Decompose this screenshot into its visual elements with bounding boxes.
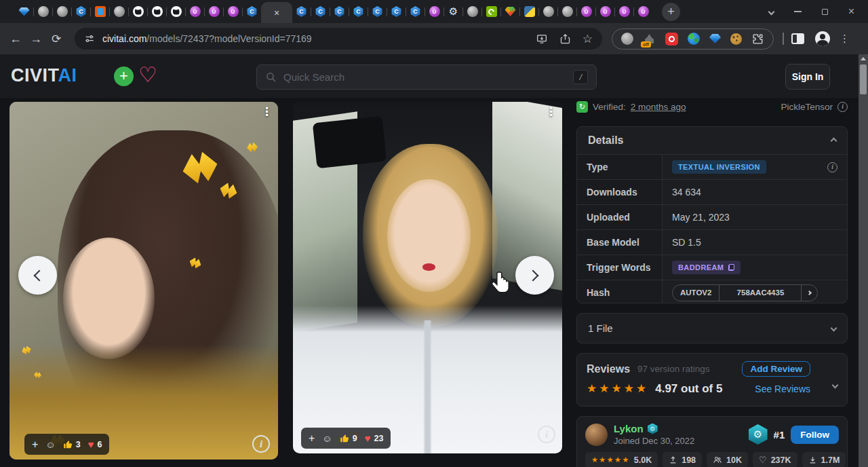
browser-menu-icon[interactable]: ⋮ [840,33,850,45]
smiley-reaction-icon[interactable]: ☺ [45,439,55,450]
tab-globe[interactable] [558,0,576,23]
tab-civitai[interactable]: C [349,0,368,23]
verified-time-link[interactable]: 2 months ago [631,102,686,112]
add-reaction-button[interactable]: + [32,438,38,451]
chevron-down-icon[interactable] [831,325,837,332]
tab-civitai[interactable]: C [368,0,387,23]
hash-pill[interactable]: AUTOV2 758AAC4435 [672,284,818,301]
civitai-logo[interactable]: CIVITAI [11,65,77,86]
like-reaction[interactable]: 3 [63,440,81,449]
ext-fire-off-icon[interactable]: off [643,33,656,45]
image-menu-icon[interactable]: ⋮ [545,105,557,119]
tab-globe[interactable] [463,0,481,23]
creator-name-link[interactable]: Lykon [614,423,644,434]
add-review-button[interactable]: Add Review [742,361,810,377]
tab-u-purple[interactable]: Û [596,0,614,23]
side-panel-icon[interactable] [791,33,804,44]
image-menu-icon[interactable]: ⋮ [261,105,273,119]
ext-globe-icon[interactable] [621,33,633,45]
smiley-reaction-icon[interactable]: ☺ [322,433,332,444]
active-tab[interactable]: × [261,2,292,23]
back-button[interactable]: ← [5,32,26,46]
files-accordion[interactable]: 1 File [576,313,848,343]
tab-u-purple[interactable]: Û [615,0,633,23]
ext-earth-icon[interactable] [688,33,700,45]
creator-stat-heart[interactable]: ♡237K [753,452,797,467]
ext-red-o-icon[interactable] [665,33,678,45]
scroll-up-arrow[interactable] [859,54,868,63]
profile-avatar-icon[interactable] [815,31,830,46]
page-scrollbar[interactable] [859,54,868,467]
tab-civitai[interactable]: C [243,0,261,23]
sign-in-button[interactable]: Sign In [785,64,830,90]
quick-search-input[interactable]: Quick Search / [256,64,597,90]
scrollbar-thumb[interactable] [860,64,867,94]
tab-gem-blue[interactable] [15,0,33,23]
creator-stat-download[interactable]: 1.7M [802,452,846,467]
creator-avatar[interactable] [585,424,608,446]
tab-u-purple[interactable]: Û [634,0,652,23]
address-bar[interactable]: civitai.com/models/72437?modelVersionId=… [75,28,602,50]
minimize-button[interactable] [794,11,802,12]
creator-stat-upload[interactable]: 198 [663,452,702,467]
trigger-word-badge[interactable]: BADDREAM [672,261,741,274]
tab-nvidia[interactable] [482,0,500,23]
close-tab-icon[interactable]: × [274,8,279,18]
tab-u-purple[interactable]: Û [577,0,595,23]
tab-globe[interactable] [539,0,557,23]
tab-civitai[interactable]: C [330,0,349,23]
ext-cookie-icon[interactable] [730,33,742,45]
copy-icon[interactable] [728,264,734,271]
restore-button[interactable] [822,9,828,15]
creator-stat-users[interactable]: 10K [707,452,748,467]
close-window-button[interactable]: × [848,6,854,17]
type-info-icon[interactable]: i [827,162,837,172]
tab-globe[interactable] [110,0,128,23]
new-tab-button[interactable]: + [662,3,680,21]
forward-button[interactable]: → [26,32,46,46]
ext-gem-icon[interactable] [709,34,721,43]
tab-u-purple[interactable]: Û [425,0,443,23]
see-reviews-link[interactable]: See Reviews [755,384,810,394]
tab-github[interactable] [167,0,185,23]
tab-app-orange[interactable] [91,0,109,23]
reload-button[interactable]: ⟳ [46,32,66,46]
tab-civitai[interactable]: C [406,0,425,23]
tab-github[interactable] [148,0,166,23]
hash-expand-button[interactable] [802,285,817,301]
tab-u-purple[interactable]: Û [186,0,204,23]
creator-stat-stars[interactable]: ★★★★★5.0K [585,452,658,467]
ext-puzzle-icon[interactable] [751,33,764,45]
tab-u-purple[interactable]: Û [205,0,223,23]
tab-civitai[interactable]: C [72,0,90,23]
site-info-icon[interactable] [84,33,95,44]
tab-gem-multi[interactable] [501,0,519,23]
carousel-prev-button[interactable] [18,256,57,295]
tab-globe[interactable] [53,0,71,23]
follow-button[interactable]: Follow [791,426,839,444]
image-info-button[interactable]: i [538,426,555,443]
image-info-button[interactable]: i [252,435,270,453]
type-badge[interactable]: TEXTUAL INVERSION [672,160,766,174]
details-header[interactable]: Details [577,127,847,154]
tab-u-purple[interactable]: Û [224,0,242,23]
hash-value[interactable]: 758AAC4435 [719,285,802,301]
add-reaction-button[interactable]: + [309,432,315,445]
like-reaction[interactable]: 9 [340,434,357,443]
tab-civitai[interactable]: C [387,0,406,23]
tab-civitai[interactable]: C [292,0,311,23]
pickletensor-info-icon[interactable]: i [837,102,848,112]
bookmark-star-icon[interactable]: ☆ [583,33,593,45]
favorites-heart-icon[interactable]: ♡ [138,62,157,88]
share-icon[interactable] [559,33,571,45]
tab-search-icon[interactable] [768,8,774,15]
heart-reaction[interactable]: ♥ 6 [88,439,102,449]
tab-gear[interactable]: ⚙ [444,0,462,23]
reviews-collapse-button[interactable] [833,378,837,390]
create-button[interactable]: + [114,67,134,86]
tab-civitai[interactable]: C [311,0,330,23]
carousel-next-button[interactable] [515,256,554,295]
tab-github[interactable] [129,0,147,23]
tab-python[interactable] [520,0,538,23]
install-icon[interactable] [536,33,548,45]
